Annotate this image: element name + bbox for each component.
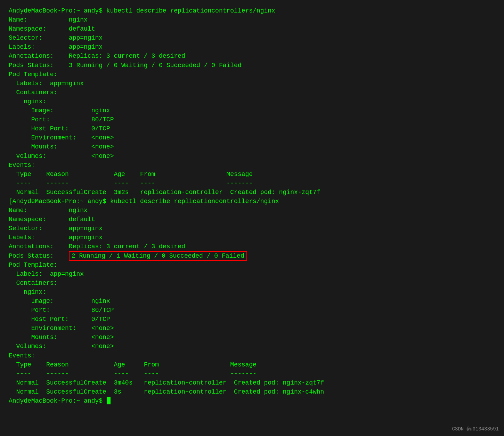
events-row-3: Normal SuccessfulCreate 3s replication-c… (9, 387, 495, 396)
pod-template-line-1: Pod Template: (9, 70, 495, 79)
containers-line-1: Containers: (9, 88, 495, 97)
terminal: AndydeMacBook-Pro:~ andy$ kubectl descri… (5, 3, 499, 436)
annotations-line-2: Annotations: Replicas: 3 current / 3 des… (9, 242, 495, 251)
volumes-line-2: Volumes: <none> (9, 342, 495, 351)
pods-status-line-2: Pods Status: 2 Running / 1 Waiting / 0 S… (9, 251, 495, 260)
events-separator-2: ---- ------ ---- ---- ------- (9, 369, 495, 378)
events-header-1: Type Reason Age From Message (9, 170, 495, 179)
pod-labels-line-2: Labels: app=nginx (9, 269, 495, 278)
mounts-line-1: Mounts: <none> (9, 142, 495, 151)
labels-line-2: Labels: app=nginx (9, 233, 495, 242)
namespace-line-1: Namespace: default (9, 24, 495, 33)
environment-line-2: Environment: <none> (9, 324, 495, 333)
annotations-line-1: Annotations: Replicas: 3 current / 3 des… (9, 51, 495, 60)
pods-status-highlight: 2 Running / 1 Waiting / 0 Succeeded / 0 … (69, 251, 247, 261)
image-line-2: Image: nginx (9, 297, 495, 306)
pod-labels-line-1: Labels: app=nginx (9, 79, 495, 88)
events-row-1: Normal SuccessfulCreate 3m2s replication… (9, 188, 495, 197)
watermark: CSDN @u013433591 (452, 426, 499, 433)
final-prompt[interactable]: AndydeMacBook-Pro:~ andy$ (9, 396, 495, 405)
events-separator-1: ---- ------ ---- ---- ------- (9, 179, 495, 188)
events-row-2: Normal SuccessfulCreate 3m40s replicatio… (9, 378, 495, 387)
host-port-line-1: Host Port: 0/TCP (9, 124, 495, 133)
selector-line-1: Selector: app=nginx (9, 33, 495, 42)
pod-template-line-2: Pod Template: (9, 260, 495, 269)
environment-line-1: Environment: <none> (9, 133, 495, 142)
command-line-2: [AndydeMacBook-Pro:~ andy$ kubectl descr… (9, 197, 495, 206)
name-line-1: Name: nginx (9, 15, 495, 24)
mounts-line-2: Mounts: <none> (9, 333, 495, 342)
containers-line-2: Containers: (9, 278, 495, 288)
nginx-name-line-2: nginx: (9, 288, 495, 297)
command-line-1: AndydeMacBook-Pro:~ andy$ kubectl descri… (9, 6, 495, 15)
events-line-1: Events: (9, 161, 495, 170)
events-header-2: Type Reason Age From Message (9, 360, 495, 369)
image-line-1: Image: nginx (9, 106, 495, 115)
port-line-2: Port: 80/TCP (9, 306, 495, 315)
host-port-line-2: Host Port: 0/TCP (9, 315, 495, 324)
namespace-line-2: Namespace: default (9, 215, 495, 224)
labels-line-1: Labels: app=nginx (9, 42, 495, 51)
port-line-1: Port: 80/TCP (9, 115, 495, 124)
pods-status-label: Pods Status: (9, 252, 54, 259)
pods-status-line-1: Pods Status: 3 Running / 0 Waiting / 0 S… (9, 61, 495, 70)
name-line-2: Name: nginx (9, 206, 495, 215)
volumes-line-1: Volumes: <none> (9, 152, 495, 161)
selector-line-2: Selector: app=nginx (9, 224, 495, 233)
events-line-2: Events: (9, 351, 495, 360)
nginx-name-line-1: nginx: (9, 97, 495, 106)
